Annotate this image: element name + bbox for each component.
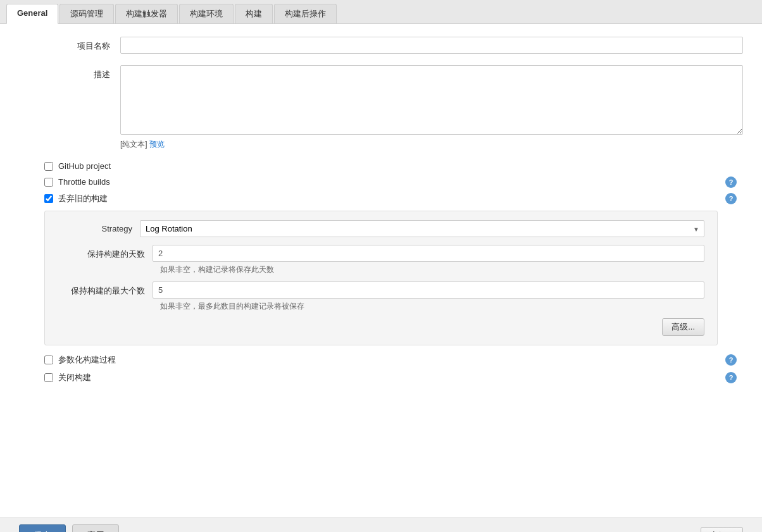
parameterize-label: 参数化构建过程 — [58, 354, 116, 366]
max-row: 保持构建的最大个数 如果非空，最多此数目的构建记录将被保存 — [58, 281, 704, 312]
throttle-builds-label: Throttle builds — [58, 177, 110, 187]
strategy-row: Strategy Log Rotation Discard Old Build — [58, 220, 704, 237]
description-row: 描述 [纯文本] 预览 — [19, 65, 743, 150]
throttle-builds-row: Throttle builds ? — [19, 177, 743, 187]
bottom-advanced-button[interactable]: 高级... — [701, 527, 743, 532]
tab-bar: General 源码管理 构建触发器 构建环境 构建 构建后操作 — [0, 0, 762, 24]
text-hint: [纯文本] 预览 — [120, 139, 743, 150]
disable-checkbox[interactable] — [44, 373, 53, 382]
max-input[interactable] — [153, 281, 704, 299]
bottom-bar: 保存 应用 https://blog.csdn.net/mingkid 高级..… — [0, 517, 762, 532]
advanced-btn-row: 高级... — [58, 318, 704, 336]
throttle-builds-checkbox[interactable] — [44, 178, 53, 187]
tab-build[interactable]: 构建 — [235, 4, 273, 23]
project-name-row: 项目名称 — [19, 37, 743, 54]
preview-link[interactable]: 预览 — [149, 140, 165, 149]
strategy-select[interactable]: Log Rotation Discard Old Build — [140, 220, 704, 237]
days-row: 保持构建的天数 如果非空，构建记录将保存此天数 — [58, 245, 704, 275]
disable-help-icon[interactable]: ? — [725, 372, 737, 383]
discard-old-help-icon[interactable]: ? — [725, 193, 737, 204]
strategy-select-wrapper: Log Rotation Discard Old Build — [140, 220, 704, 237]
github-project-checkbox[interactable] — [44, 162, 53, 171]
tab-post[interactable]: 构建后操作 — [274, 4, 337, 23]
save-button[interactable]: 保存 — [19, 524, 66, 532]
tab-triggers[interactable]: 构建触发器 — [115, 4, 178, 23]
days-label: 保持构建的天数 — [58, 245, 153, 260]
discard-old-row: 丢弃旧的构建 ? — [19, 193, 743, 204]
max-hint: 如果非空，最多此数目的构建记录将被保存 — [153, 301, 704, 312]
parameterize-row: 参数化构建过程 ? — [19, 354, 743, 366]
discard-old-subsection: Strategy Log Rotation Discard Old Build … — [44, 211, 718, 345]
days-hint: 如果非空，构建记录将保存此天数 — [153, 264, 704, 275]
description-field: [纯文本] 预览 — [120, 65, 743, 150]
project-name-input[interactable] — [120, 37, 743, 54]
days-input[interactable] — [153, 245, 704, 262]
discard-old-label: 丢弃旧的构建 — [58, 193, 108, 204]
parameterize-help-icon[interactable]: ? — [725, 354, 737, 366]
days-field-wrapper: 如果非空，构建记录将保存此天数 — [153, 245, 704, 275]
max-field-wrapper: 如果非空，最多此数目的构建记录将被保存 — [153, 281, 704, 312]
advanced-button[interactable]: 高级... — [662, 318, 704, 336]
tab-env[interactable]: 构建环境 — [179, 4, 234, 23]
strategy-label: Strategy — [58, 220, 140, 233]
disable-label: 关闭构建 — [58, 372, 91, 383]
throttle-builds-help-icon[interactable]: ? — [725, 176, 737, 188]
tab-source[interactable]: 源码管理 — [59, 4, 114, 23]
max-label: 保持构建的最大个数 — [58, 281, 153, 297]
apply-button[interactable]: 应用 — [72, 524, 119, 532]
main-content: 项目名称 描述 [纯文本] 预览 GitHub project Thro — [0, 24, 762, 517]
description-label: 描述 — [19, 65, 120, 80]
project-name-label: 项目名称 — [19, 37, 120, 52]
github-project-label: GitHub project — [58, 161, 111, 171]
disable-row: 关闭构建 ? — [19, 372, 743, 383]
github-project-row: GitHub project — [19, 161, 743, 171]
plain-text-label: [纯文本] — [120, 140, 147, 149]
tab-general[interactable]: General — [6, 4, 58, 24]
discard-old-checkbox[interactable] — [44, 194, 53, 203]
description-input[interactable] — [120, 65, 743, 135]
project-name-field — [120, 37, 743, 54]
parameterize-checkbox[interactable] — [44, 356, 53, 364]
